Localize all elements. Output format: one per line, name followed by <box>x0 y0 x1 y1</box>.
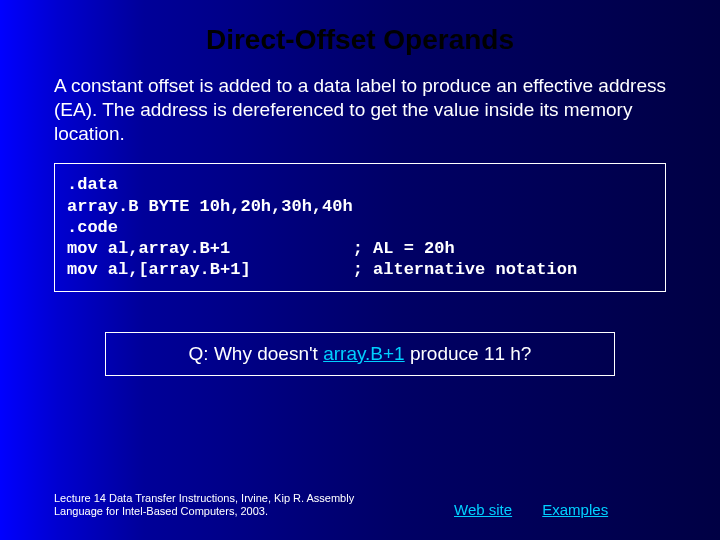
slide: Direct-Offset Operands A constant offset… <box>0 0 720 540</box>
question-box: Q: Why doesn't array.B+1 produce 11 h? <box>105 332 615 376</box>
slide-title: Direct-Offset Operands <box>0 0 720 74</box>
body-paragraph: A constant offset is added to a data lab… <box>54 74 666 145</box>
question-highlight: array.B+1 <box>323 343 405 364</box>
footer-citation: Lecture 14 Data Transfer Instructions, I… <box>54 492 394 518</box>
examples-link[interactable]: Examples <box>542 501 608 518</box>
website-link[interactable]: Web site <box>454 501 512 518</box>
code-block: .data array.B BYTE 10h,20h,30h,40h .code… <box>54 163 666 291</box>
footer-links: Web site Examples <box>454 501 634 518</box>
question-suffix: produce 11 h? <box>405 343 532 364</box>
footer: Lecture 14 Data Transfer Instructions, I… <box>54 492 666 518</box>
question-prefix: Q: Why doesn't <box>189 343 324 364</box>
